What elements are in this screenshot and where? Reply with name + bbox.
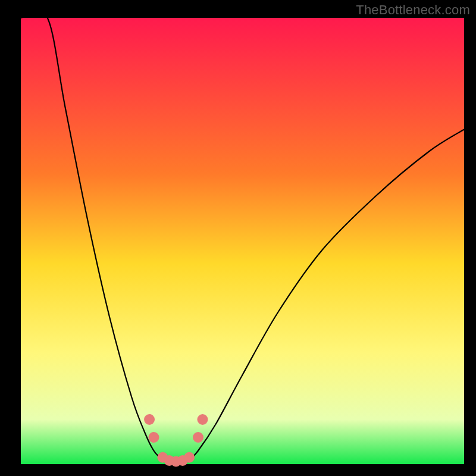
curve-marker <box>149 432 159 443</box>
bottleneck-chart <box>0 0 476 476</box>
curve-marker <box>184 452 195 463</box>
curve-marker <box>197 414 208 425</box>
plot-background <box>21 18 464 464</box>
curve-marker <box>144 414 155 425</box>
chart-stage: TheBottleneck.com <box>0 0 476 476</box>
curve-marker <box>193 432 203 443</box>
